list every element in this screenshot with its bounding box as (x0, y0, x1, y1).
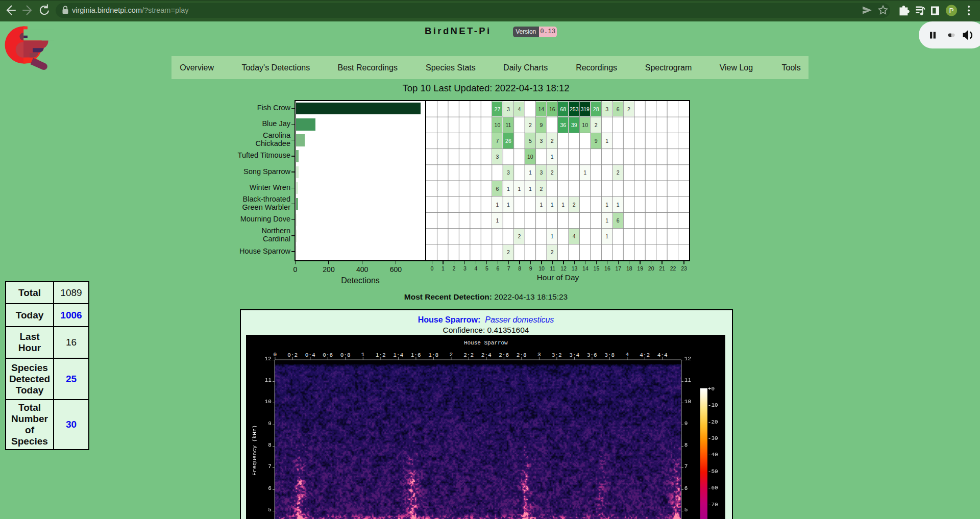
svg-text:P: P (949, 7, 953, 14)
